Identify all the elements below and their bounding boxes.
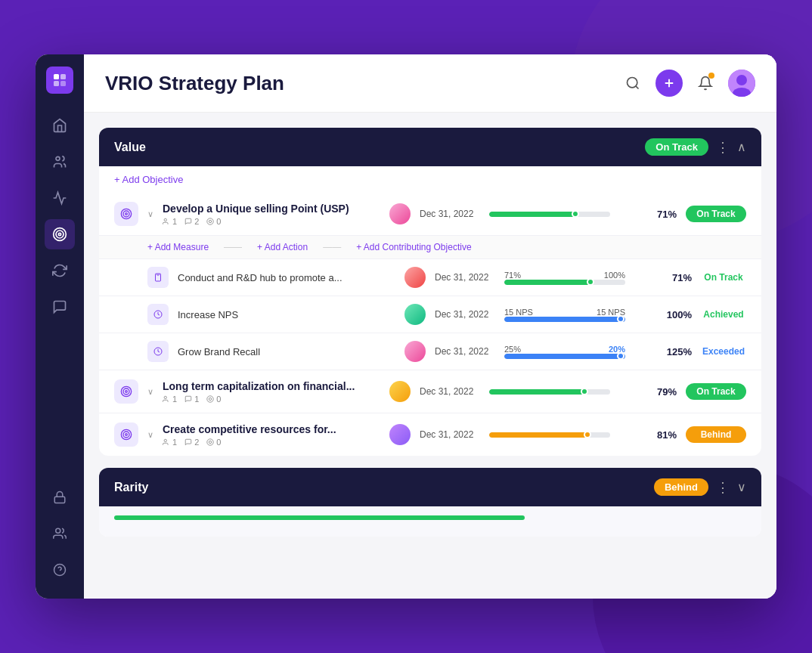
users-icon[interactable] bbox=[45, 518, 75, 549]
chart-icon[interactable] bbox=[45, 183, 75, 213]
obj2-meta: 1 1 0 bbox=[163, 395, 380, 404]
rarity-status-badge: Behind bbox=[654, 478, 708, 496]
table-row: ∨ Long term capitalization on financial.… bbox=[99, 370, 761, 413]
obj1-progress-container bbox=[489, 212, 610, 217]
header-actions bbox=[619, 70, 755, 97]
obj1-progress-dot bbox=[572, 212, 579, 217]
integrations-icon[interactable] bbox=[45, 292, 75, 322]
obj2-name: Long term capitalization on financial... bbox=[163, 380, 380, 392]
svg-point-36 bbox=[126, 434, 128, 436]
add-contributing-link[interactable]: + Add Contributing Objective bbox=[356, 242, 471, 252]
measure3-end: 20% bbox=[609, 345, 625, 354]
obj1-meta-measures: 1 bbox=[163, 217, 177, 226]
table-row: ∨ Develop a Unique selling Point (USP) 1 bbox=[99, 193, 761, 236]
svg-rect-2 bbox=[54, 81, 59, 86]
obj1-info: Develop a Unique selling Point (USP) 1 2 bbox=[163, 203, 380, 226]
measure3-progress-container: 25% 20% bbox=[504, 345, 625, 359]
measure3-bar bbox=[504, 354, 625, 359]
measure2-dot bbox=[617, 317, 624, 322]
notification-button[interactable] bbox=[692, 70, 719, 97]
section-value: Value On Track ⋮ ∧ + Add Objective bbox=[99, 128, 761, 456]
svg-point-33 bbox=[209, 398, 212, 400]
table-row: ∨ Create competitive resources for... 1 bbox=[99, 413, 761, 456]
svg-point-21 bbox=[126, 213, 128, 215]
svg-point-9 bbox=[56, 528, 60, 533]
obj2-info: Long term capitalization on financial...… bbox=[163, 380, 380, 404]
sidebar-bottom bbox=[45, 481, 75, 586]
obj3-chevron[interactable]: ∨ bbox=[147, 430, 153, 440]
section-chevron-rarity[interactable]: ∨ bbox=[737, 480, 746, 494]
measure1-dot bbox=[587, 280, 594, 285]
measure2-bar bbox=[504, 317, 625, 322]
obj1-status-pill: On Track bbox=[686, 206, 746, 222]
obj2-meta-measures: 1 bbox=[163, 395, 177, 404]
measure1-status: On Track bbox=[701, 272, 746, 283]
measure-icon-brand bbox=[147, 341, 169, 362]
measure3-fill bbox=[504, 354, 625, 359]
table-row: Conduct and R&D hub to promote a... Dec … bbox=[99, 259, 761, 296]
measure1-progress-container: 71% 100% bbox=[504, 271, 625, 285]
measure2-start: 15 NPS bbox=[504, 308, 533, 317]
home-icon[interactable] bbox=[45, 110, 75, 141]
add-button[interactable] bbox=[655, 70, 683, 97]
measure3-start: 25% bbox=[504, 345, 521, 354]
divider-2: —— bbox=[323, 242, 341, 252]
section-header-value: Value On Track ⋮ ∧ bbox=[99, 128, 761, 166]
help-icon[interactable] bbox=[45, 555, 75, 585]
svg-point-6 bbox=[56, 231, 64, 238]
section-chevron-value[interactable]: ∧ bbox=[737, 140, 746, 154]
svg-point-29 bbox=[123, 388, 129, 395]
table-row: Grow Brand Recall Dec 31, 2022 25% 20% bbox=[99, 333, 761, 370]
team-icon[interactable] bbox=[45, 147, 75, 177]
obj3-progress-dot bbox=[584, 432, 591, 438]
scroll-area[interactable]: Value On Track ⋮ ∧ + Add Objective bbox=[84, 113, 776, 599]
obj1-chevron[interactable]: ∨ bbox=[147, 209, 153, 219]
svg-rect-0 bbox=[54, 74, 59, 79]
objectives-icon[interactable] bbox=[45, 219, 75, 249]
measure3-avatar bbox=[404, 341, 426, 362]
svg-point-32 bbox=[207, 395, 213, 401]
svg-rect-3 bbox=[60, 81, 66, 86]
add-objective-value[interactable]: + Add Objective bbox=[99, 166, 761, 193]
obj2-chevron[interactable]: ∨ bbox=[147, 387, 153, 397]
obj1-progress-fill bbox=[489, 212, 575, 217]
sidebar-logo[interactable] bbox=[46, 67, 73, 94]
measure1-progress-area: 71% 100% bbox=[504, 271, 655, 285]
value-status-badge: On Track bbox=[645, 138, 708, 156]
table-row: Increase NPS Dec 31, 2022 15 NPS 15 NPS bbox=[99, 296, 761, 333]
obj1-meta-comments: 2 bbox=[184, 217, 199, 226]
measure2-pct: 100% bbox=[665, 309, 692, 320]
obj3-pct: 81% bbox=[649, 429, 677, 441]
svg-rect-25 bbox=[157, 274, 160, 275]
measure1-pct: 71% bbox=[665, 272, 692, 283]
measure3-status: Exceeded bbox=[701, 346, 746, 357]
svg-rect-8 bbox=[54, 497, 65, 503]
measure2-status: Achieved bbox=[701, 309, 746, 320]
lock-icon[interactable] bbox=[45, 482, 75, 512]
measure1-avatar bbox=[404, 267, 426, 288]
search-button[interactable] bbox=[619, 70, 646, 97]
user-avatar[interactable] bbox=[728, 70, 755, 97]
svg-point-7 bbox=[58, 233, 60, 235]
obj1-avatar bbox=[389, 203, 411, 224]
section-menu-value[interactable]: ⋮ bbox=[716, 139, 730, 156]
measure-icon-clipboard bbox=[147, 267, 169, 288]
obj1-progress-area bbox=[489, 212, 640, 217]
obj1-progress-bar bbox=[489, 212, 610, 217]
svg-point-24 bbox=[209, 220, 212, 222]
obj3-progress-bar bbox=[489, 432, 610, 438]
measure3-pct: 125% bbox=[665, 346, 692, 357]
svg-line-13 bbox=[636, 86, 639, 89]
section-menu-rarity[interactable]: ⋮ bbox=[716, 479, 730, 496]
svg-point-37 bbox=[164, 439, 166, 441]
svg-point-22 bbox=[164, 218, 166, 221]
sync-icon[interactable] bbox=[45, 255, 75, 286]
add-measure-link[interactable]: + Add Measure bbox=[147, 242, 209, 252]
obj1-pct: 71% bbox=[649, 209, 677, 220]
measure3-dot bbox=[617, 354, 624, 359]
svg-point-12 bbox=[628, 78, 637, 88]
measure1-name: Conduct and R&D hub to promote a... bbox=[178, 272, 395, 283]
svg-point-5 bbox=[54, 228, 67, 241]
measure3-progress-area: 25% 20% bbox=[504, 345, 655, 359]
add-action-link[interactable]: + Add Action bbox=[257, 242, 308, 252]
